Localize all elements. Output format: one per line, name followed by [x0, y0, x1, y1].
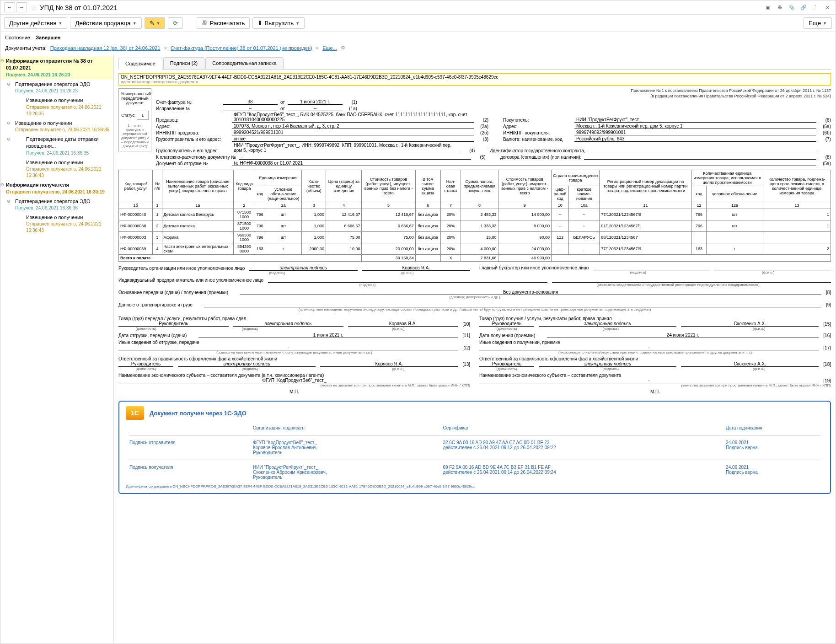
- tab-signatures[interactable]: Подписи (2): [163, 57, 204, 69]
- tab-note[interactable]: Сопроводительная записка: [205, 57, 283, 69]
- tabs: Содержимое Подписи (2) Сопроводительная …: [118, 57, 831, 70]
- favorite-icon[interactable]: ☆: [31, 3, 37, 12]
- nav-forward[interactable]: →: [16, 2, 27, 12]
- export-button[interactable]: ⬇ Выгрузить▼: [252, 17, 305, 29]
- sidebar-item[interactable]: ⊖Информация получателяОтправлен получате…: [0, 180, 113, 196]
- transfer-right: Товар (груз) получил / услуги, результат…: [479, 316, 831, 394]
- transfer-left: Товар (груз) передал / услуги, результат…: [118, 316, 470, 394]
- window-title: УПД № 38 от 01.07.2021: [40, 4, 763, 11]
- items-table: Код товара/ работ, услуг № п/п Наименова…: [118, 170, 831, 262]
- doc-ref-link-2[interactable]: Счет-фактура (Поступление) 38 от 01.07.2…: [171, 45, 312, 51]
- refresh-button[interactable]: ⟳: [168, 17, 183, 29]
- sidebar-item[interactable]: ⊖Подтверждение даты отправки извещения..…: [0, 134, 113, 158]
- other-actions-button[interactable]: Другие действия▼: [4, 17, 67, 29]
- table-row[interactable]: НФ-000000394Части электронных интегральн…: [119, 243, 831, 255]
- tab-content[interactable]: Содержимое: [118, 58, 162, 70]
- regulation-note-2: (в редакции постановления Правительства …: [156, 94, 831, 98]
- doc-id-box: ON_NSCHFDOPPRPROS_2AE5976EA37-9EF4-44EF-…: [118, 73, 831, 86]
- link-icon[interactable]: 🔗: [799, 3, 808, 12]
- sidebar-item[interactable]: ⊖Подтверждение оператора ЭДОПолучен, 24.…: [0, 197, 113, 213]
- status-row: Состояние: Завершен: [0, 32, 836, 43]
- seller-actions-button[interactable]: Действия продавца▼: [70, 17, 141, 29]
- doc-type-box: Универсальный передаточный документ Стат…: [118, 88, 151, 151]
- more-button[interactable]: Еще▼: [804, 17, 832, 29]
- gear-icon[interactable]: ⚙: [341, 45, 345, 51]
- nav-back[interactable]: ←: [4, 2, 15, 12]
- doc-ref-remove-2[interactable]: ×: [316, 45, 319, 51]
- table-row[interactable]: НФ-000000401Детская коляска Беларусь8715…: [119, 209, 831, 220]
- sidebar-item[interactable]: Извещение о полученииОтправлен получател…: [0, 213, 113, 235]
- print-button[interactable]: 🖶 Распечатать: [197, 17, 250, 29]
- sidebar-item[interactable]: Извещение о полученииОтправлен получател…: [0, 96, 113, 118]
- sidebar: ⊖ Информация отправителя № 38 от 01.07.2…: [0, 54, 114, 644]
- doc-ref-link-1[interactable]: Приходная накладная 12 (вх. 38) от 24.06…: [50, 45, 161, 51]
- titlebar: ← → ☆ УПД № 38 от 01.07.2021 ▣ 🖶 📎 🔗 ⋮ ✕: [0, 0, 836, 15]
- doc-ref-remove-1[interactable]: ×: [164, 45, 167, 51]
- regulation-note-1: Приложение № 1 к постановлению Правитель…: [156, 88, 831, 93]
- edo-logo-icon: 1С: [126, 406, 144, 420]
- table-row[interactable]: НФ-000000382Детская коляска871500 100079…: [119, 220, 831, 232]
- edo-stamp: 1С Документ получен через 1С-ЭДО Организ…: [118, 401, 831, 494]
- doc-refs: Документы учета: Приходная накладная 12 …: [0, 43, 836, 54]
- print-icon[interactable]: 🖶: [775, 3, 784, 12]
- toolbar: Другие действия▼ Действия продавца▼ ✎▼ ⟳…: [0, 15, 836, 32]
- table-row[interactable]: НФ-000000033Африка960330 1000796шт1,0007…: [119, 232, 831, 243]
- attach-icon[interactable]: 📎: [787, 3, 796, 12]
- sidebar-item[interactable]: ⊖Извещение о полученииОтправлен получате…: [0, 118, 113, 134]
- compose-button[interactable]: ✎▼: [145, 17, 166, 29]
- new-window-icon[interactable]: ▣: [763, 3, 772, 12]
- sidebar-item[interactable]: ⊖Подтверждение оператора ЭДОПолучен, 24.…: [0, 80, 113, 96]
- kebab-icon[interactable]: ⋮: [811, 3, 820, 12]
- sidebar-root[interactable]: ⊖ Информация отправителя № 38 от 01.07.2…: [0, 56, 113, 80]
- sidebar-item[interactable]: Извещение о полученииОтправлен получател…: [0, 158, 113, 180]
- doc-ref-more[interactable]: Еще...: [322, 45, 337, 51]
- content: Содержимое Подписи (2) Сопроводительная …: [114, 54, 836, 644]
- close-icon[interactable]: ✕: [823, 3, 832, 12]
